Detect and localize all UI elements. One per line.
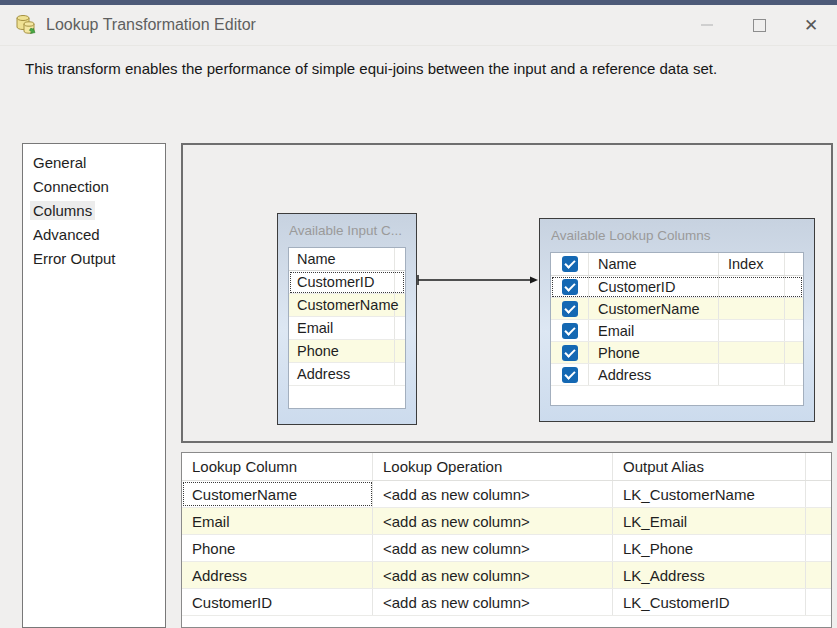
lookup-column-cell[interactable]: Email <box>182 508 373 534</box>
output-alias-cell[interactable]: LK_CustomerID <box>613 589 806 615</box>
empty-cell <box>806 508 831 534</box>
input-columns-header-row: Name <box>289 248 405 271</box>
pages-sidebar: General Connection Columns Advanced Erro… <box>22 143 166 628</box>
lookup-columns-header-row: Name Index <box>551 253 803 276</box>
mapping-row: Email <add as new column> LK_Email <box>182 508 831 535</box>
lookup-index-column-header: Index <box>719 253 785 275</box>
input-columns-table: Name CustomerID CustomerName Email Phone… <box>288 247 406 409</box>
lookup-operation-header: Lookup Operation <box>373 453 613 480</box>
lookup-columns-table: Name Index CustomerID CustomerName Email <box>550 252 804 406</box>
lookup-column-row[interactable]: Phone <box>551 342 803 364</box>
dialog-description: This transform enables the performance o… <box>25 60 717 77</box>
columns-mapping-diagram: Available Input C... Name CustomerID Cus… <box>181 143 833 443</box>
lookup-column-header: Lookup Column <box>182 453 373 480</box>
row-checkbox[interactable] <box>562 345 578 361</box>
empty-cell <box>806 535 831 561</box>
lookup-operation-cell[interactable]: <add as new column> <box>373 589 613 615</box>
input-column-row[interactable]: Email <box>289 317 405 340</box>
lookup-column-cell[interactable]: Address <box>182 562 373 588</box>
lookup-operation-cell[interactable]: <add as new column> <box>373 562 613 588</box>
output-alias-cell[interactable]: LK_Email <box>613 508 806 534</box>
empty-cell <box>806 589 831 615</box>
mapping-row: CustomerName <add as new column> LK_Cust… <box>182 481 831 508</box>
row-checkbox[interactable] <box>562 367 578 383</box>
minimize-icon <box>701 24 713 26</box>
minimize-button[interactable] <box>681 5 733 45</box>
lookup-mapping-grid: Lookup Column Lookup Operation Output Al… <box>181 452 832 628</box>
mapping-row: Phone <add as new column> LK_Phone <box>182 535 831 562</box>
input-panel-title: Available Input C... <box>289 223 410 238</box>
mapping-row: CustomerID <add as new column> LK_Custom… <box>182 589 831 616</box>
row-checkbox[interactable] <box>562 301 578 317</box>
input-column-row[interactable]: CustomerName <box>289 294 405 317</box>
join-arrow[interactable] <box>417 272 540 288</box>
sidebar-item-general[interactable]: General <box>30 150 165 174</box>
available-lookup-columns-panel: Available Lookup Columns Name Index Cust… <box>539 218 815 422</box>
input-column-row[interactable]: Address <box>289 363 405 386</box>
output-alias-cell[interactable]: LK_CustomerName <box>613 481 806 507</box>
sidebar-item-columns[interactable]: Columns <box>30 198 165 222</box>
empty-header-cell <box>806 453 831 480</box>
available-input-columns-panel: Available Input C... Name CustomerID Cus… <box>277 213 417 425</box>
lookup-panel-title: Available Lookup Columns <box>551 228 808 243</box>
output-alias-header: Output Alias <box>613 453 806 480</box>
input-name-column-header: Name <box>289 248 395 270</box>
window-title: Lookup Transformation Editor <box>46 16 256 34</box>
lookup-operation-cell[interactable]: <add as new column> <box>373 508 613 534</box>
output-alias-cell[interactable]: LK_Address <box>613 562 806 588</box>
mapping-header-row: Lookup Column Lookup Operation Output Al… <box>182 453 831 481</box>
sidebar-item-advanced[interactable]: Advanced <box>30 222 165 246</box>
lookup-transformation-editor-window: Lookup Transformation Editor ✕ This tran… <box>0 0 837 628</box>
empty-cell <box>806 481 831 507</box>
input-column-row[interactable]: CustomerID <box>289 271 405 294</box>
lookup-column-row[interactable]: Address <box>551 364 803 386</box>
titlebar: Lookup Transformation Editor ✕ <box>0 5 837 46</box>
row-checkbox[interactable] <box>562 279 578 295</box>
close-icon: ✕ <box>804 17 818 34</box>
sidebar-item-error-output[interactable]: Error Output <box>30 246 165 270</box>
lookup-operation-cell[interactable]: <add as new column> <box>373 481 613 507</box>
empty-cell <box>806 562 831 588</box>
output-alias-cell[interactable]: LK_Phone <box>613 535 806 561</box>
window-controls: ✕ <box>681 5 837 45</box>
lookup-column-row[interactable]: Email <box>551 320 803 342</box>
input-column-row[interactable]: Phone <box>289 340 405 363</box>
lookup-column-cell[interactable]: Phone <box>182 535 373 561</box>
maximize-icon <box>753 19 766 32</box>
lookup-column-row[interactable]: CustomerName <box>551 298 803 320</box>
mapping-row: Address <add as new column> LK_Address <box>182 562 831 589</box>
lookup-column-row[interactable]: CustomerID <box>551 276 803 298</box>
maximize-button[interactable] <box>733 5 785 45</box>
select-all-checkbox[interactable] <box>562 256 578 272</box>
lookup-operation-cell[interactable]: <add as new column> <box>373 535 613 561</box>
close-button[interactable]: ✕ <box>785 5 837 45</box>
sidebar-item-connection[interactable]: Connection <box>30 174 165 198</box>
lookup-name-column-header: Name <box>589 253 719 275</box>
database-transform-icon <box>14 13 38 37</box>
lookup-column-cell[interactable]: CustomerName <box>182 481 373 507</box>
lookup-column-cell[interactable]: CustomerID <box>182 589 373 615</box>
row-checkbox[interactable] <box>562 323 578 339</box>
